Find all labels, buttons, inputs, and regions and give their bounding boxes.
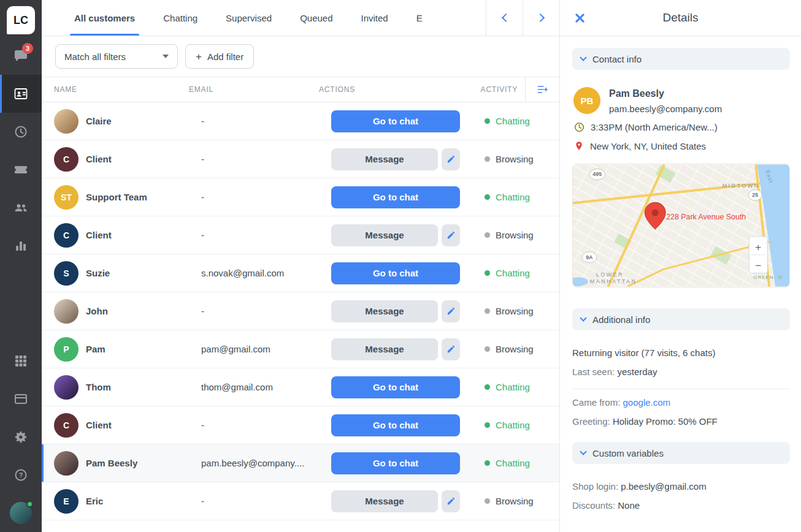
customer-name: Thom <box>86 382 201 392</box>
tab-all-customers[interactable]: All customers <box>60 0 149 36</box>
customer-row[interactable]: C Client - Message Browsing <box>42 140 559 178</box>
local-time: 3:33PM (North America/New...) <box>591 122 718 132</box>
add-filter-button[interactable]: + Add filter <box>185 44 254 69</box>
sidebar-item-chats[interactable]: 3 <box>0 37 42 75</box>
svg-text:GREEN- O: GREEN- O <box>753 275 782 280</box>
help-icon: ? <box>13 468 28 482</box>
edit-message-button[interactable] <box>442 490 460 512</box>
gear-icon <box>13 430 28 444</box>
add-filter-label: Add filter <box>207 51 243 62</box>
action-button[interactable]: Message <box>331 300 438 322</box>
sidebar-item-settings[interactable] <box>0 418 42 456</box>
action-button[interactable]: Go to chat <box>331 376 460 398</box>
customer-avatar <box>54 375 79 400</box>
sidebar-item-profile[interactable] <box>0 494 42 532</box>
tab-chatting[interactable]: Chatting <box>149 0 212 36</box>
activity-status: Browsing <box>485 306 559 316</box>
action-button[interactable]: Message <box>331 490 438 512</box>
livechat-logo[interactable]: LC <box>7 6 35 34</box>
section-custom-variables[interactable]: Custom variables <box>572 442 790 464</box>
customer-row[interactable]: Claire - Go to chat Chatting <box>42 102 559 140</box>
ticket-icon <box>13 162 28 177</box>
sidebar-item-tickets[interactable] <box>0 151 42 189</box>
action-button[interactable]: Go to chat <box>331 110 460 132</box>
greeting-value: Holiday Promo: 50% OFF <box>613 416 718 427</box>
close-details-button[interactable] <box>573 12 586 24</box>
activity-label: Browsing <box>496 344 534 354</box>
edit-message-button[interactable] <box>442 224 460 246</box>
tab-label: Queued <box>300 13 332 23</box>
svg-text:9A: 9A <box>586 254 593 260</box>
match-filters-dropdown[interactable]: Match all filters <box>55 44 178 69</box>
edit-message-button[interactable] <box>442 338 460 360</box>
sidebar-item-team[interactable] <box>0 189 42 227</box>
came-from-link[interactable]: google.com <box>623 397 671 408</box>
action-button[interactable]: Message <box>331 224 438 246</box>
customer-avatar: C <box>54 223 79 248</box>
tabs-scroll-right-button[interactable] <box>523 0 559 36</box>
tabs-scroll-left-button[interactable] <box>486 0 523 36</box>
greeting-row: Greeting: Holiday Promo: 50% OFF <box>572 416 790 427</box>
apps-grid-icon <box>13 354 28 368</box>
clock-history-icon <box>13 124 28 139</box>
section-additional-info[interactable]: Additional info <box>572 308 790 330</box>
activity-status: Chatting <box>485 382 559 392</box>
tab-invited[interactable]: Invited <box>347 0 402 36</box>
section-contact-info[interactable]: Contact info <box>572 48 790 70</box>
edit-message-button[interactable] <box>442 300 460 322</box>
zoom-in-button[interactable]: + <box>755 241 761 253</box>
customer-tabs-bar: All customers Chatting Supervised Queued… <box>42 0 559 36</box>
last-seen-label: Last seen: <box>572 367 615 377</box>
list-settings-icon[interactable] <box>525 77 559 102</box>
customer-row[interactable]: P Pam pam@gmail.com Message Browsing <box>42 330 559 368</box>
tab-e[interactable]: E <box>402 0 437 36</box>
sidebar-item-billing[interactable] <box>0 380 42 418</box>
sidebar-item-reports[interactable] <box>0 227 42 265</box>
action-button[interactable]: Go to chat <box>331 414 460 436</box>
customer-row[interactable]: E Eric - Message Browsing <box>42 482 559 520</box>
zoom-out-button[interactable]: − <box>755 260 761 272</box>
sidebar-item-customers[interactable] <box>0 75 42 113</box>
customer-actions: Go to chat <box>331 110 485 132</box>
location-row: New York, NY, United States <box>574 140 790 151</box>
table-header: NAME EMAIL ACTIONS ACTIVITY <box>42 77 559 102</box>
activity-label: Chatting <box>496 382 530 392</box>
tab-queued[interactable]: Queued <box>286 0 347 36</box>
action-button[interactable]: Go to chat <box>331 186 460 208</box>
activity-dot-icon <box>485 232 490 238</box>
customer-actions: Go to chat <box>331 186 485 208</box>
customer-row[interactable]: C Client - Go to chat Chatting <box>42 406 559 444</box>
customer-row[interactable]: C Client - Message Browsing <box>42 216 559 254</box>
customer-row[interactable]: John - Message Browsing <box>42 292 559 330</box>
customer-email: pam@gmail.com <box>201 344 331 354</box>
customer-row[interactable]: Thom thom@gmail.com Go to chat Chatting <box>42 368 559 406</box>
customer-avatar: E <box>54 489 79 514</box>
customer-row[interactable]: S Suzie s.novak@gmail.com Go to chat Cha… <box>42 254 559 292</box>
customer-name: Eric <box>86 496 201 506</box>
customer-actions: Go to chat <box>331 262 485 284</box>
map-zoom-control[interactable]: + − <box>749 237 767 273</box>
sidebar-item-help[interactable]: ? <box>0 456 42 494</box>
action-button[interactable]: Message <box>331 148 438 170</box>
contact-avatar: PB <box>573 87 600 114</box>
activity-status: Chatting <box>485 420 559 430</box>
customer-row[interactable]: ST Support Team - Go to chat Chatting <box>42 178 559 216</box>
action-button[interactable]: Go to chat <box>331 262 460 284</box>
edit-message-button[interactable] <box>442 148 460 170</box>
came-from-row: Came from: google.com <box>572 397 790 408</box>
location-map[interactable]: 495 25 9A MIDTOWN LOWER MANHATTAN GREEN-… <box>572 164 790 287</box>
discounts-row: Discounts: None <box>572 500 790 511</box>
customer-row[interactable]: Pam Beesly pam.beesly@company.... Go to … <box>42 444 559 482</box>
tab-supervised[interactable]: Supervised <box>212 0 286 36</box>
action-button[interactable]: Go to chat <box>331 452 460 474</box>
sidebar-item-apps[interactable] <box>0 342 42 380</box>
agent-avatar <box>10 502 32 524</box>
customer-avatar <box>54 451 79 476</box>
discounts-label: Discounts: <box>572 500 615 511</box>
activity-label: Browsing <box>496 496 534 506</box>
contact-email: pam.beesly@company.com <box>609 104 722 114</box>
customer-name: Claire <box>86 116 201 126</box>
action-button[interactable]: Message <box>331 338 438 360</box>
sidebar-item-archives[interactable] <box>0 113 42 151</box>
customer-name: Client <box>86 420 201 430</box>
